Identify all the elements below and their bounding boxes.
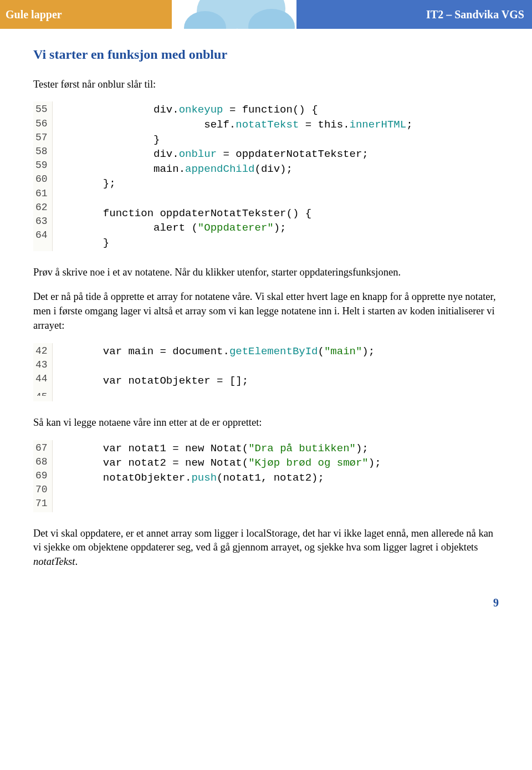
svg-point-2	[184, 11, 226, 29]
paragraph-5: Det vi skal oppdatere, er et annet array…	[33, 527, 499, 570]
paragraph-5b: notatTekst	[33, 556, 75, 567]
paragraph-3: Det er nå på tide å opprette et array fo…	[33, 290, 499, 333]
code-block-3: 67 68 69 70 71 var notat1 = new Notat("D…	[33, 440, 499, 512]
page-number: 9	[0, 585, 532, 618]
code-gutter-2: 42 43 44 45	[33, 343, 53, 401]
svg-point-3	[248, 9, 295, 29]
page-content: Vi starter en funksjon med onblur Tester…	[0, 29, 532, 585]
code-lines-2: var main = document.getElementById("main…	[53, 343, 375, 401]
paragraph-5a: Det vi skal oppdatere, er et annet array…	[33, 528, 493, 553]
header-decoration	[172, 0, 296, 29]
code-lines-1: div.onkeyup = function() { self.notatTek…	[53, 101, 413, 251]
butterfly-icon	[172, 0, 296, 29]
paragraph-5c: .	[75, 556, 78, 567]
page-header: Gule lapper IT2 – Sandvika VGS	[0, 0, 532, 29]
svg-point-0	[197, 0, 247, 29]
paragraph-1: Tester først når onblur slår til:	[33, 78, 499, 92]
header-title-left: Gule lapper	[0, 0, 172, 29]
section-heading: Vi starter en funksjon med onblur	[33, 45, 499, 64]
code-block-2: 42 43 44 45 var main = document.getEleme…	[33, 343, 499, 401]
header-title-right: IT2 – Sandvika VGS	[296, 0, 532, 29]
code-gutter-3: 67 68 69 70 71	[33, 440, 53, 512]
paragraph-2: Prøv å skrive noe i et av notatene. Når …	[33, 266, 499, 280]
paragraph-4: Så kan vi legge notaene våre inn etter a…	[33, 416, 499, 430]
code-gutter-1: 55 56 57 58 59 60 61 62 63 64	[33, 101, 53, 251]
code-lines-3: var notat1 = new Notat("Dra på butikken"…	[53, 440, 381, 512]
code-block-1: 55 56 57 58 59 60 61 62 63 64 div.onkeyu…	[33, 101, 499, 251]
svg-point-1	[224, 0, 285, 29]
